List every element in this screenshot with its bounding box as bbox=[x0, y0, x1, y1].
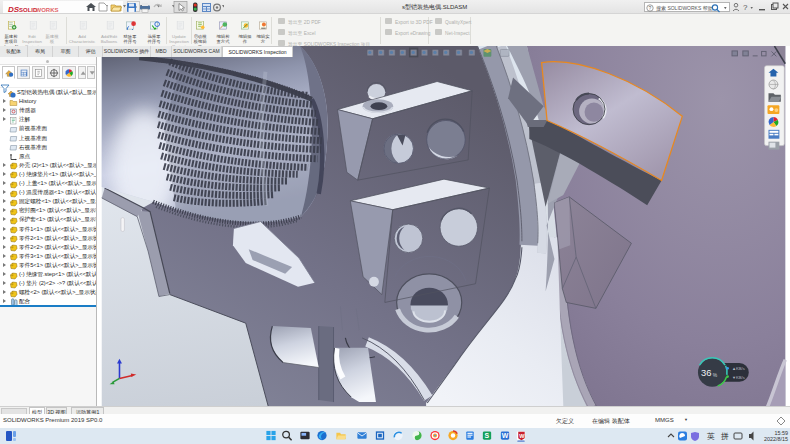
svg-text:W: W bbox=[502, 432, 509, 439]
svg-text:DS: DS bbox=[8, 5, 20, 14]
svg-text:?: ? bbox=[649, 5, 652, 11]
svg-text:▼KB/s: ▼KB/s bbox=[732, 375, 745, 380]
svg-text:W: W bbox=[519, 433, 525, 439]
svg-text:搜索 SOLIDWORKS 帮助: 搜索 SOLIDWORKS 帮助 bbox=[656, 5, 713, 12]
svg-text:S: S bbox=[484, 432, 489, 439]
svg-text:英: 英 bbox=[707, 432, 715, 441]
svg-text:?: ? bbox=[743, 3, 748, 12]
svg-text:▲KB/s: ▲KB/s bbox=[732, 366, 745, 371]
svg-text:%: % bbox=[713, 373, 718, 378]
svg-text:拼: 拼 bbox=[720, 432, 729, 441]
svg-text:WORKS: WORKS bbox=[36, 7, 59, 13]
svg-text:36: 36 bbox=[701, 368, 711, 378]
